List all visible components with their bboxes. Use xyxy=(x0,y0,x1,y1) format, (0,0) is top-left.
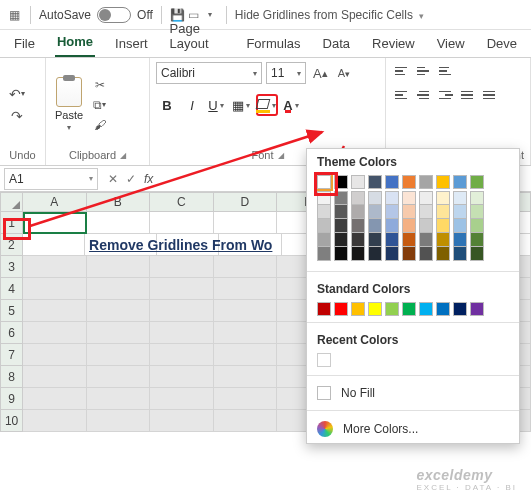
tab-home[interactable]: Home xyxy=(55,30,95,57)
color-swatch[interactable] xyxy=(453,233,467,247)
color-swatch[interactable] xyxy=(453,302,467,316)
color-swatch[interactable] xyxy=(317,233,331,247)
color-swatch[interactable] xyxy=(453,191,467,205)
color-swatch[interactable] xyxy=(453,219,467,233)
borders-button[interactable]: ▦▾ xyxy=(231,94,253,116)
cell[interactable] xyxy=(87,322,150,344)
cell[interactable] xyxy=(23,322,86,344)
color-swatch[interactable] xyxy=(402,302,416,316)
cell[interactable] xyxy=(150,300,213,322)
cell[interactable] xyxy=(150,278,213,300)
cell[interactable] xyxy=(87,366,150,388)
row-header[interactable]: 7 xyxy=(0,344,23,366)
color-swatch[interactable] xyxy=(334,302,348,316)
fx-icon[interactable]: fx xyxy=(144,172,153,186)
align-bottom-button[interactable] xyxy=(436,62,456,80)
bold-button[interactable]: B xyxy=(156,94,178,116)
color-swatch[interactable] xyxy=(368,205,382,219)
color-swatch[interactable] xyxy=(317,191,331,205)
align-left-button[interactable] xyxy=(392,86,412,104)
color-swatch[interactable] xyxy=(419,175,433,189)
cell[interactable] xyxy=(23,212,87,234)
color-swatch[interactable] xyxy=(436,302,450,316)
row-header[interactable]: 4 xyxy=(0,278,23,300)
cell[interactable] xyxy=(214,388,277,410)
color-swatch[interactable] xyxy=(317,247,331,261)
color-swatch[interactable] xyxy=(351,191,365,205)
tab-insert[interactable]: Insert xyxy=(113,32,150,57)
cancel-formula-icon[interactable]: ✕ xyxy=(108,172,118,186)
cell[interactable] xyxy=(214,300,277,322)
color-swatch[interactable] xyxy=(470,175,484,189)
col-header[interactable]: D xyxy=(214,192,277,212)
color-swatch[interactable] xyxy=(334,219,348,233)
more-colors-item[interactable]: More Colors... xyxy=(307,415,519,443)
cell[interactable] xyxy=(214,256,277,278)
cell[interactable] xyxy=(214,344,277,366)
cell[interactable] xyxy=(214,212,277,234)
col-header[interactable]: A xyxy=(23,192,86,212)
cell[interactable] xyxy=(214,410,277,432)
cell[interactable] xyxy=(23,256,86,278)
row-header[interactable]: 2 xyxy=(0,234,23,256)
cell[interactable] xyxy=(23,300,86,322)
color-swatch[interactable] xyxy=(402,233,416,247)
color-swatch[interactable] xyxy=(402,191,416,205)
color-swatch[interactable] xyxy=(351,302,365,316)
color-swatch[interactable] xyxy=(470,233,484,247)
cell[interactable] xyxy=(87,410,150,432)
row-header[interactable]: 8 xyxy=(0,366,23,388)
color-swatch[interactable] xyxy=(436,247,450,261)
color-swatch[interactable] xyxy=(436,205,450,219)
color-swatch[interactable] xyxy=(470,302,484,316)
color-swatch[interactable] xyxy=(334,175,348,189)
cell[interactable] xyxy=(87,212,150,234)
color-swatch[interactable] xyxy=(317,302,331,316)
color-swatch[interactable] xyxy=(334,205,348,219)
color-swatch[interactable] xyxy=(385,191,399,205)
cell[interactable] xyxy=(150,410,213,432)
copy-button[interactable]: ⧉▾ xyxy=(90,96,109,114)
align-right-button[interactable] xyxy=(436,86,456,104)
tab-file[interactable]: File xyxy=(12,32,37,57)
cell[interactable] xyxy=(150,388,213,410)
color-swatch[interactable] xyxy=(470,191,484,205)
color-swatch[interactable] xyxy=(470,219,484,233)
color-swatch[interactable] xyxy=(368,191,382,205)
decrease-indent-button[interactable] xyxy=(458,86,478,104)
color-swatch[interactable] xyxy=(436,233,450,247)
cut-button[interactable]: ✂ xyxy=(90,76,109,94)
color-swatch[interactable] xyxy=(402,175,416,189)
color-swatch[interactable] xyxy=(385,302,399,316)
dialog-launcher-icon[interactable]: ◢ xyxy=(278,151,284,160)
cell[interactable] xyxy=(214,278,277,300)
row-header[interactable]: 6 xyxy=(0,322,23,344)
font-size-select[interactable]: 11▾ xyxy=(266,62,306,84)
row-header[interactable]: 3 xyxy=(0,256,23,278)
cell[interactable] xyxy=(23,278,86,300)
color-swatch[interactable] xyxy=(368,175,382,189)
color-swatch[interactable] xyxy=(419,247,433,261)
font-name-select[interactable]: Calibri▾ xyxy=(156,62,262,84)
cell[interactable]: Remove Gridlines From Wo xyxy=(85,234,157,256)
cell[interactable] xyxy=(150,366,213,388)
color-swatch[interactable] xyxy=(419,205,433,219)
redo-button[interactable]: ↷ xyxy=(6,106,28,126)
color-swatch[interactable] xyxy=(453,205,467,219)
color-swatch[interactable] xyxy=(436,219,450,233)
tab-page-layout[interactable]: Page Layout xyxy=(168,17,227,57)
color-swatch[interactable] xyxy=(334,233,348,247)
cell[interactable] xyxy=(23,388,86,410)
increase-font-button[interactable]: A▴ xyxy=(310,64,331,83)
color-swatch[interactable] xyxy=(385,205,399,219)
cell[interactable] xyxy=(150,256,213,278)
document-title[interactable]: Hide Gridlines from Specific Cells ▾ xyxy=(235,8,424,22)
row-header[interactable]: 9 xyxy=(0,388,23,410)
color-swatch[interactable] xyxy=(402,219,416,233)
format-painter-button[interactable]: 🖌 xyxy=(90,116,109,134)
color-swatch[interactable] xyxy=(385,233,399,247)
tab-review[interactable]: Review xyxy=(370,32,417,57)
autosave-toggle[interactable]: AutoSave Off xyxy=(39,7,153,23)
color-swatch[interactable] xyxy=(385,175,399,189)
color-swatch[interactable] xyxy=(368,247,382,261)
